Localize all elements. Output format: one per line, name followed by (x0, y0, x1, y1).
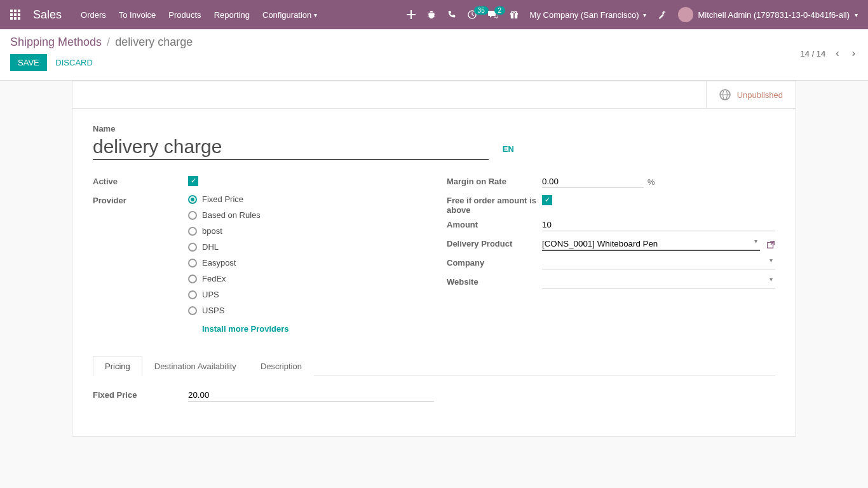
fixed-price-input[interactable] (188, 389, 434, 402)
messages-badge: 2 (494, 6, 506, 15)
active-label: Active (93, 175, 188, 186)
publish-status-button[interactable]: Unpublished (706, 81, 796, 108)
svg-rect-3 (513, 13, 515, 18)
pager-text: 14 / 14 (801, 49, 826, 58)
provider-radio-dhl[interactable]: DHL (188, 242, 421, 252)
user-menu[interactable]: Mitchell Admin (1797831-13-0-4b41f6-all)… (678, 7, 858, 22)
company-select[interactable] (542, 257, 775, 269)
messages-icon[interactable]: 2 (488, 10, 498, 19)
menu-to-invoice[interactable]: To Invoice (119, 10, 156, 20)
delivery-product-label: Delivery Product (447, 238, 542, 248)
margin-suffix: % (648, 177, 655, 187)
brand-title[interactable]: Sales (33, 8, 62, 22)
publish-status-text: Unpublished (737, 90, 783, 100)
provider-radio-bpost[interactable]: bpost (188, 226, 421, 236)
plus-icon[interactable] (407, 10, 416, 19)
language-button[interactable]: EN (503, 144, 514, 154)
active-checkbox[interactable]: ✓ (188, 176, 198, 186)
provider-radio-fixed-price[interactable]: Fixed Price (188, 194, 421, 204)
menu-reporting[interactable]: Reporting (214, 10, 250, 20)
gift-icon[interactable] (510, 10, 519, 19)
menu-products[interactable]: Products (168, 10, 201, 20)
provider-radio-fedex[interactable]: FedEx (188, 274, 421, 283)
name-label: Name (93, 124, 489, 133)
phone-icon[interactable] (447, 10, 456, 19)
provider-radio-usps[interactable]: USPS (188, 306, 421, 315)
menu-orders[interactable]: Orders (81, 10, 106, 20)
breadcrumb-current: delivery charge (115, 36, 193, 49)
amount-label: Amount (447, 219, 542, 229)
install-providers-link[interactable]: Install more Providers (202, 324, 289, 334)
tools-icon[interactable] (658, 10, 667, 19)
save-button[interactable]: SAVE (10, 54, 47, 71)
apps-icon[interactable] (10, 10, 20, 20)
provider-radio-easypost[interactable]: Easypost (188, 258, 421, 268)
pager-next[interactable]: › (850, 45, 858, 62)
menu-configuration[interactable]: Configuration ▾ (262, 10, 317, 20)
amount-input[interactable] (542, 219, 775, 231)
free-if-label: Free if order amount is above (447, 194, 542, 215)
globe-icon (719, 89, 731, 100)
margin-label: Margin on Rate (447, 175, 542, 186)
discard-button[interactable]: DISCARD (55, 58, 93, 67)
margin-input[interactable] (542, 175, 644, 188)
activities-badge: 35 (474, 6, 489, 15)
activities-icon[interactable]: 35 (468, 10, 477, 19)
tab-destination-availability[interactable]: Destination Availability (142, 356, 248, 376)
avatar (678, 7, 693, 22)
breadcrumb-parent[interactable]: Shipping Methods (10, 36, 102, 49)
provider-label: Provider (93, 194, 188, 205)
company-selector[interactable]: My Company (San Francisco)▾ (530, 10, 646, 20)
pager-prev[interactable]: ‹ (833, 45, 841, 62)
breadcrumb: Shipping Methods / delivery charge (10, 36, 193, 49)
delivery-product-select[interactable] (542, 238, 760, 251)
tab-description[interactable]: Description (248, 356, 314, 376)
fixed-price-label: Fixed Price (93, 389, 188, 400)
name-input[interactable] (93, 135, 489, 160)
company-label: Company (447, 257, 542, 268)
provider-radio-based-on-rules[interactable]: Based on Rules (188, 210, 421, 220)
provider-radio-ups[interactable]: UPS (188, 290, 421, 299)
bug-icon[interactable] (427, 10, 436, 19)
external-link-icon[interactable] (766, 240, 775, 249)
free-if-checkbox[interactable]: ✓ (542, 195, 552, 205)
website-label: Website (447, 276, 542, 287)
website-select[interactable] (542, 276, 775, 288)
tab-pricing[interactable]: Pricing (93, 356, 142, 376)
